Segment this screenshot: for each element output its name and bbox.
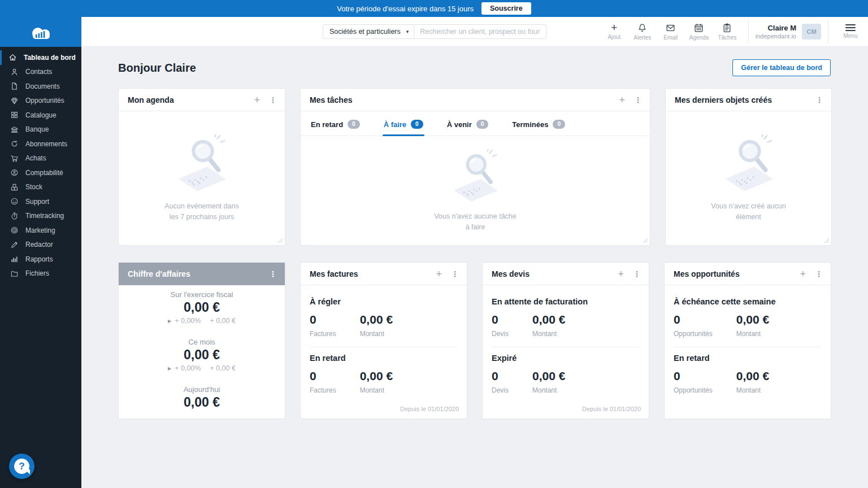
- sidebar-item-label: Abonnements: [25, 140, 67, 148]
- email-button-label: Email: [663, 34, 678, 41]
- tab-a-venir[interactable]: À venir 0: [446, 111, 490, 136]
- user-company: independant.io: [756, 33, 796, 40]
- sidebar-item-fichiers[interactable]: Fichiers: [0, 267, 81, 281]
- avatar[interactable]: CM: [802, 24, 821, 40]
- tasks-add-icon[interactable]: +: [619, 95, 625, 105]
- invoices-card: Mes factures + ⋮ À régler 0 Factures: [300, 262, 467, 419]
- invoices-late-section: En retard 0 Factures 0,00 € Montant: [310, 347, 458, 403]
- tab-label: En retard: [311, 120, 343, 129]
- menu-button[interactable]: Menu: [835, 24, 866, 39]
- subscribe-button[interactable]: Souscrire: [481, 2, 531, 15]
- resize-handle[interactable]: [277, 238, 283, 243]
- quotes-kebab-icon[interactable]: ⋮: [633, 270, 641, 278]
- search-input[interactable]: [414, 24, 546, 39]
- count-col: 0 Devis: [492, 313, 509, 338]
- trial-banner: Votre période d'essai expire dans 15 jou…: [0, 0, 868, 17]
- opportunities-card-title: Mes opportunités: [674, 269, 740, 278]
- calendar-icon: [694, 23, 704, 33]
- logo[interactable]: [0, 17, 81, 47]
- tab-count-badge: 0: [348, 120, 360, 129]
- sidebar-item-documents[interactable]: Documents: [0, 79, 81, 94]
- cloud-chart-logo-icon: [27, 23, 54, 42]
- invoices-kebab-icon[interactable]: ⋮: [451, 270, 459, 278]
- sidebar-item-rapports[interactable]: Rapports: [0, 252, 81, 267]
- help-button[interactable]: ?: [9, 454, 34, 479]
- tasks-card-title: Mes tâches: [310, 95, 352, 104]
- sidebar-item-label: Redactor: [25, 241, 53, 249]
- resize-handle[interactable]: [824, 238, 830, 243]
- revenue-card-title: Chiffre d'affaires: [128, 269, 190, 278]
- boxes-icon: [10, 183, 19, 191]
- tab-terminees[interactable]: Terminées 0: [511, 111, 566, 136]
- tasks-button[interactable]: Tâches: [713, 23, 741, 41]
- sidebar-item-label: Stock: [25, 183, 42, 191]
- folder-icon: [10, 269, 19, 278]
- sidebar-item-abonnements[interactable]: Abonnements: [0, 137, 81, 151]
- sidebar-item-comptabilite[interactable]: Comptabilité: [0, 165, 81, 180]
- quotes-add-icon[interactable]: +: [618, 269, 624, 279]
- amount-col: 0,00 € Montant: [360, 313, 393, 338]
- revenue-month-section: Ce mois 0,00 € ▶ + 0,00% + 0,00 €: [168, 338, 236, 372]
- revenue-section-value: 0,00 €: [168, 347, 236, 363]
- sidebar-item-opportunites[interactable]: Opportunités: [0, 94, 81, 108]
- tab-en-retard[interactable]: En retard 0: [310, 111, 361, 136]
- count-col: 0 Factures: [310, 313, 336, 338]
- quotes-expired-section: Expiré 0 Devis 0,00 € Montant: [492, 347, 640, 403]
- opportunities-kebab-icon[interactable]: ⋮: [815, 270, 823, 278]
- agenda-kebab-icon[interactable]: ⋮: [269, 96, 277, 104]
- manage-dashboard-button[interactable]: Gérer le tableau de bord: [732, 59, 831, 76]
- revenue-section-value: 0,00 €: [184, 395, 220, 410]
- help-bubble-icon: ?: [14, 459, 29, 474]
- add-button[interactable]: + Ajout: [600, 23, 628, 40]
- sidebar-item-label: Banque: [25, 125, 49, 133]
- refresh-icon: [10, 140, 19, 148]
- agenda-add-icon[interactable]: +: [254, 95, 260, 105]
- tab-label: À venir: [447, 120, 472, 129]
- tasks-kebab-icon[interactable]: ⋮: [634, 96, 642, 104]
- user-info: Claire M independant.io: [756, 24, 796, 40]
- sidebar-item-contacts[interactable]: Contacts: [0, 65, 81, 80]
- agenda-button[interactable]: Agenda: [685, 23, 713, 41]
- alerts-button[interactable]: Alertes: [628, 23, 657, 41]
- count-col: 0 Opportunités: [674, 313, 713, 338]
- scope-select[interactable]: Sociétés et particuliers ▾: [323, 24, 414, 39]
- opportunities-due-section: À échéance cette semaine 0 Opportunités …: [674, 291, 822, 347]
- user-menu[interactable]: Claire M independant.io CM: [756, 24, 821, 40]
- section-heading: Expiré: [492, 354, 640, 363]
- recent-empty-text: Vous n'avez créé aucun élément: [711, 201, 785, 221]
- sidebar-item-redactor[interactable]: Redactor: [0, 238, 81, 252]
- sidebar-item-support[interactable]: Support: [0, 194, 81, 209]
- sidebar-item-timetracking[interactable]: Timetracking: [0, 209, 81, 224]
- home-icon: [8, 53, 17, 62]
- tab-a-faire[interactable]: À faire 0: [383, 111, 424, 136]
- invoices-add-icon[interactable]: +: [436, 269, 442, 279]
- sidebar-item-achats[interactable]: Achats: [0, 151, 81, 166]
- sidebar-item-stock[interactable]: Stock: [0, 180, 81, 195]
- tab-count-badge: 0: [553, 120, 565, 129]
- sidebar-item-label: Opportunités: [25, 97, 64, 104]
- invoices-to-pay-section: À régler 0 Factures 0,00 € Montant: [310, 291, 458, 347]
- recent-kebab-icon[interactable]: ⋮: [815, 96, 823, 104]
- page-title: Bonjour Claire: [118, 62, 196, 75]
- revenue-kebab-icon[interactable]: ⋮: [269, 270, 277, 278]
- bar-chart-icon: [10, 255, 19, 263]
- amount-col: 0,00 € Montant: [736, 369, 769, 394]
- search-group: Sociétés et particuliers ▾: [323, 24, 546, 39]
- resize-handle[interactable]: [643, 238, 648, 243]
- section-heading: À échéance cette semaine: [674, 297, 822, 306]
- sidebar-item-marketing[interactable]: Marketing: [0, 223, 81, 238]
- opportunities-add-icon[interactable]: +: [800, 269, 806, 279]
- invoices-since-date: Depuis le 01/01/2020: [400, 406, 459, 412]
- section-heading: En attente de facturation: [492, 297, 640, 306]
- tasks-empty-text: Vous n'avez aucune tâche à faire: [434, 211, 517, 232]
- sidebar-item-catalogue[interactable]: Catalogue: [0, 108, 81, 123]
- alerts-button-label: Alertes: [633, 34, 651, 41]
- revenue-section-label: Sur l'exercice fiscal: [168, 290, 236, 299]
- sidebar: Tableau de bord Contacts Documents Oppor…: [0, 47, 81, 488]
- pencil-icon: [10, 241, 19, 249]
- sidebar-item-label: Support: [25, 198, 49, 206]
- sidebar-item-tableau-de-bord[interactable]: Tableau de bord: [0, 50, 81, 65]
- email-button[interactable]: Email: [657, 23, 685, 41]
- add-button-label: Ajout: [607, 34, 620, 40]
- sidebar-item-banque[interactable]: Banque: [0, 123, 81, 137]
